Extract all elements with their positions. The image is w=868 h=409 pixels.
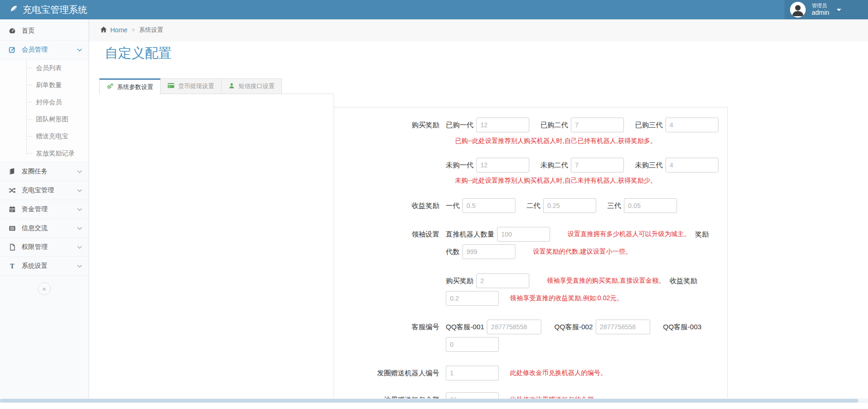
breadcrumb-home-link[interactable]: Home bbox=[100, 26, 127, 34]
sidebar-item-home[interactable]: 首页 bbox=[0, 22, 89, 41]
chevron-down-icon bbox=[77, 265, 82, 268]
tab-currency-withdraw[interactable]: 货币提现设置 bbox=[161, 78, 221, 94]
sidebar-subitem-order-count[interactable]: 刷单数量 bbox=[0, 77, 89, 94]
form-row-service-qq3-value bbox=[334, 337, 727, 352]
field-label: 直推机器人数量 bbox=[446, 230, 494, 239]
home-icon bbox=[100, 26, 107, 34]
sidebar-item-messages[interactable]: 信息交流 bbox=[0, 219, 89, 238]
sidebar-item-label: 发圈任务 bbox=[22, 167, 48, 176]
form-row-income: 收益奖励 一代 二代 三代 bbox=[334, 198, 727, 213]
qq-service-1-input[interactable] bbox=[487, 320, 541, 334]
income-gen1-input[interactable] bbox=[462, 198, 515, 213]
field-label: QQ客服-002 bbox=[554, 323, 593, 332]
field-label: 未购二代 bbox=[540, 161, 568, 170]
field-label: 已购二代 bbox=[540, 121, 568, 130]
row-label: 领袖设置 bbox=[334, 230, 446, 239]
field-label: QQ客服-003 bbox=[663, 323, 701, 332]
calendar-icon bbox=[8, 206, 16, 213]
sidebar-item-funds[interactable]: 资金管理 bbox=[0, 200, 89, 219]
sidebar-item-powerbank-mgmt[interactable]: 充电宝管理 bbox=[0, 181, 89, 200]
field-group: QQ客服-002 bbox=[554, 320, 650, 334]
field-group bbox=[446, 337, 499, 352]
panel-join-line bbox=[334, 94, 334, 107]
sidebar-subitem-gift-powerbank[interactable]: 赠送充电宝 bbox=[0, 128, 89, 145]
sidebar-submenu-members: 会员列表 刷单数量 封停会员 团队树形图 赠送充电宝 发放奖励记录 bbox=[0, 59, 89, 162]
subitem-label: 封停会员 bbox=[36, 98, 62, 107]
chevron-down-icon bbox=[77, 227, 82, 230]
svg-text:T: T bbox=[10, 263, 15, 270]
title-shadow bbox=[99, 63, 206, 66]
unbought-gen2-input[interactable] bbox=[571, 158, 624, 172]
tab-label: 货币提现设置 bbox=[178, 82, 214, 90]
settings-form-panel: 购买奖励 已购一代 已购二代 已购三代 已购--此处设置推荐别人购买机器人时,自… bbox=[334, 107, 728, 398]
sidebar-item-system-settings[interactable]: T 系统设置 bbox=[0, 257, 89, 276]
field-label: 未购三代 bbox=[635, 161, 663, 170]
income-gen2-input[interactable] bbox=[543, 198, 596, 213]
leader-buy-reward-input[interactable] bbox=[476, 273, 529, 288]
field-label: 代数 bbox=[446, 248, 460, 256]
sidebar-item-post-tasks[interactable]: 发圈任务 bbox=[0, 162, 89, 181]
sidebar-subitem-team-tree[interactable]: 团队树形图 bbox=[0, 111, 89, 128]
book-icon bbox=[8, 168, 16, 175]
tab-sms-api[interactable]: 短信接口设置 bbox=[221, 78, 282, 94]
unbought-gen1-input[interactable] bbox=[476, 158, 529, 172]
sidebar-subitem-member-list[interactable]: 会员列表 bbox=[0, 59, 89, 77]
field-group: 购买奖励 bbox=[446, 273, 529, 288]
unbought-hint: 未购--此处设置推荐别人购买机器人时,自己未持有机器人,获得奖励少。 bbox=[455, 177, 657, 185]
breadcrumb-separator: > bbox=[132, 27, 135, 33]
sidebar-collapse-button[interactable]: « bbox=[38, 282, 51, 295]
chevron-down-icon bbox=[77, 208, 82, 211]
leader-generations-input[interactable] bbox=[462, 244, 515, 259]
qq-service-2-input[interactable] bbox=[596, 320, 650, 334]
field-label: 一代 bbox=[446, 202, 460, 210]
main-content: Home > 系统设置 自定义配置 系统参数设置 货币提现设置 bbox=[89, 19, 868, 398]
chevron-down-icon bbox=[77, 189, 82, 192]
brand-logo[interactable]: 充电宝管理系统 bbox=[8, 0, 87, 19]
tab-system-params[interactable]: 系统参数设置 bbox=[99, 78, 161, 94]
list-icon bbox=[8, 225, 16, 232]
form-row-purchase-bought: 购买奖励 已购一代 已购二代 已购三代 bbox=[334, 117, 727, 133]
file-icon bbox=[8, 243, 16, 251]
row-label: 发圈赠送机器人编号 bbox=[334, 369, 446, 378]
sidebar-item-members[interactable]: 会员管理 bbox=[0, 41, 89, 59]
horizontal-scrollbar-thumb[interactable] bbox=[0, 399, 858, 403]
sidebar-subitem-reward-records[interactable]: 发放奖励记录 bbox=[0, 145, 89, 162]
leader-income-reward-input[interactable] bbox=[446, 291, 499, 306]
breadcrumb: Home > 系统设置 bbox=[100, 26, 163, 34]
subitem-label: 赠送充电宝 bbox=[36, 132, 68, 141]
field-group: 已购一代 bbox=[446, 118, 529, 132]
sidebar-item-permissions[interactable]: 权限管理 bbox=[0, 238, 89, 257]
tab-label: 短信接口设置 bbox=[239, 82, 275, 90]
sidebar-item-label: 首页 bbox=[22, 27, 35, 35]
app-window: 充电宝管理系统 管理员 admin 首页 bbox=[0, 0, 868, 409]
form-row-gift-robot: 发圈赠送机器人编号 此处修改金币兑换机器人的编号。 bbox=[334, 365, 727, 381]
gift-robot-hint: 此处修改金币兑换机器人的编号。 bbox=[510, 369, 607, 377]
income-gen3-input[interactable] bbox=[624, 198, 677, 213]
field-label: 三代 bbox=[607, 202, 621, 210]
unbought-gen3-input[interactable] bbox=[665, 158, 718, 172]
bought-gen3-input[interactable] bbox=[665, 118, 718, 132]
field-group: 直推机器人数量 bbox=[446, 227, 550, 242]
subitem-label: 会员列表 bbox=[36, 64, 62, 72]
chevron-down-icon bbox=[77, 246, 82, 249]
leader-direct-tail-label: 奖励 bbox=[695, 230, 709, 239]
gears-icon bbox=[107, 83, 114, 91]
user-menu[interactable]: 管理员 admin bbox=[784, 0, 868, 19]
field-label: 未购一代 bbox=[446, 161, 473, 170]
field-label: 二代 bbox=[527, 202, 540, 210]
sidebar-item-label: 会员管理 bbox=[22, 46, 48, 54]
leader-direct-count-input[interactable] bbox=[497, 227, 550, 242]
sidebar-subitem-banned-members[interactable]: 封停会员 bbox=[0, 94, 89, 111]
field-label: QQ客服-001 bbox=[446, 323, 484, 332]
bought-gen2-input[interactable] bbox=[571, 118, 624, 132]
qq-service-3-input[interactable] bbox=[446, 337, 499, 352]
tabs-bottom-border bbox=[160, 94, 334, 94]
register-redpacket-input[interactable] bbox=[446, 392, 499, 398]
field-group: 代数 bbox=[446, 244, 515, 259]
form-row-purchase-unbought: 未购一代 未购二代 未购三代 bbox=[334, 157, 727, 173]
collapse-icon: « bbox=[42, 285, 46, 292]
gift-robot-number-input[interactable] bbox=[446, 366, 499, 380]
chevron-down-icon bbox=[77, 48, 82, 52]
bought-gen1-input[interactable] bbox=[476, 118, 529, 132]
field-group: 已购三代 bbox=[635, 118, 718, 132]
